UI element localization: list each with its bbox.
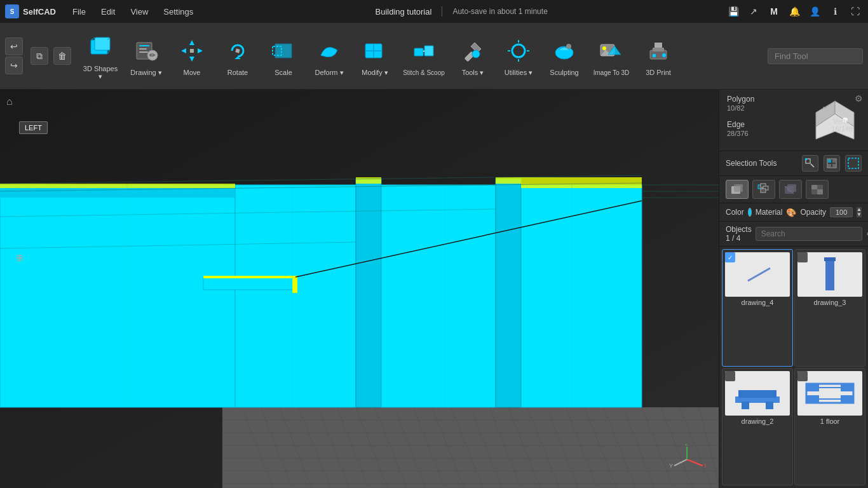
objects-count: Objects 1 / 4 (726, 225, 752, 243)
svg-rect-8 (139, 45, 149, 46)
undo-button[interactable]: ↩ (5, 37, 23, 55)
svg-rect-154 (841, 384, 853, 391)
svg-line-6 (107, 50, 110, 54)
solid-view-button[interactable] (726, 180, 749, 199)
fullscreen-icon[interactable]: ⛶ (848, 4, 863, 19)
svg-text:Z: Z (685, 444, 689, 447)
svg-rect-145 (824, 257, 836, 261)
opacity-down-button[interactable]: ▼ (857, 212, 862, 217)
selection-tools-label: Selection Tools (726, 159, 777, 168)
material-icon[interactable]: 🎨 (786, 208, 796, 217)
svg-rect-126 (848, 158, 858, 168)
object-item-drawing4[interactable]: ✓ drawing_4 (722, 249, 793, 367)
svg-rect-43 (654, 43, 662, 48)
object-item-drawing3[interactable]: drawing_3 (794, 249, 865, 367)
sculpting-icon (549, 36, 580, 66)
info-icon[interactable]: ℹ (827, 4, 843, 19)
select-box-button[interactable] (845, 155, 862, 172)
wireframe-view-button[interactable] (752, 180, 775, 199)
scale-icon (268, 36, 299, 66)
menu-view[interactable]: View (126, 4, 152, 19)
top-icons: 💾 ↗ M 🔔 👤 ℹ ⛶ (726, 4, 863, 19)
center-info: Building tutorial Auto-save in about 1 m… (205, 6, 718, 17)
svg-rect-9 (139, 48, 147, 50)
menu-file[interactable]: File (69, 4, 90, 19)
drawing-label: Drawing ▾ (130, 69, 161, 77)
tool-move[interactable]: Move (170, 27, 214, 85)
svg-rect-153 (806, 384, 819, 391)
toolbar: ↩ ↪ ⧉ 🗑 3D Shapes ▾ ✏ (0, 23, 868, 90)
svg-rect-149 (742, 402, 749, 409)
tool-tools[interactable]: Tools ▾ (451, 27, 494, 85)
modify-label: Modify ▾ (362, 69, 388, 77)
tool-stitch-scoop[interactable]: Stitch & Scoop (399, 27, 449, 85)
tool-rotate[interactable]: Rotate (216, 27, 259, 85)
tool-image-to-3d[interactable]: Image To 3D (588, 27, 634, 85)
delete-button[interactable]: 🗑 (53, 47, 71, 65)
sculpting-label: Sculpting (550, 69, 578, 76)
opacity-spinner: ▲ ▼ (857, 207, 862, 217)
objects-search-input[interactable] (756, 227, 862, 241)
tool-modify[interactable]: Modify ▾ (353, 27, 397, 85)
m-icon[interactable]: M (766, 4, 782, 19)
svg-rect-49 (222, 407, 719, 488)
bell-icon[interactable]: 🔔 (787, 4, 802, 19)
viewport[interactable]: ⌂ LEFT ⊕ X Y Z (0, 90, 719, 488)
svg-marker-16 (198, 48, 203, 53)
object-dot-1floor (797, 371, 808, 381)
opacity-input[interactable] (830, 207, 853, 217)
color-picker-button[interactable] (748, 208, 752, 217)
select-face-button[interactable] (824, 155, 840, 172)
svg-marker-86 (235, 185, 356, 407)
save-icon[interactable]: 💾 (726, 4, 741, 19)
svg-rect-125 (832, 164, 836, 167)
crosshair-icon: ⊕ (15, 252, 24, 264)
copy-button[interactable]: ⧉ (31, 47, 48, 65)
svg-rect-139 (811, 189, 817, 194)
svg-rect-144 (825, 259, 834, 290)
select-vertex-button[interactable] (802, 155, 818, 172)
tool-scale[interactable]: Scale (262, 27, 305, 85)
settings-gear-button[interactable]: ⚙ (855, 93, 863, 104)
tool-3d-print[interactable]: 3D Print (637, 27, 680, 85)
svg-rect-150 (766, 402, 773, 409)
svg-line-4 (91, 37, 95, 40)
tool-drawing[interactable]: ✏ Drawing ▾ (125, 27, 168, 85)
tool-utilities[interactable]: Utilities ▾ (497, 27, 540, 85)
svg-point-29 (472, 50, 480, 58)
side-panel: Polygon 10/82 Edge 28/376 (719, 90, 868, 488)
user-icon[interactable]: 👤 (807, 4, 822, 19)
object-item-1floor[interactable]: 1 floor (794, 368, 865, 485)
selfcad-logo[interactable]: S (5, 4, 19, 18)
svg-rect-137 (811, 185, 817, 189)
3d-print-label: 3D Print (646, 69, 671, 76)
viewport-home-icon[interactable]: ⌂ (6, 96, 22, 111)
object-item-drawing2[interactable]: drawing_2 (722, 368, 793, 485)
svg-line-107 (687, 459, 703, 466)
material-label: Material (756, 208, 783, 217)
material-view-button[interactable] (779, 180, 802, 199)
tool-deform[interactable]: Deform ▾ (308, 27, 351, 85)
svg-rect-138 (817, 185, 823, 189)
menu-settings[interactable]: Settings (159, 4, 197, 19)
share-icon[interactable]: ↗ (746, 4, 761, 19)
3d-shapes-icon (85, 32, 116, 62)
objects-grid: ✓ drawing_4 (719, 247, 868, 488)
svg-rect-128 (734, 184, 743, 192)
object-dot-drawing2 (725, 371, 735, 381)
redo-button[interactable]: ↪ (5, 57, 23, 74)
find-tool-input[interactable] (768, 48, 863, 64)
svg-marker-89 (496, 179, 521, 407)
menu-edit[interactable]: Edit (97, 4, 119, 19)
color-label: Color (726, 208, 744, 217)
svg-rect-151 (801, 371, 858, 416)
texture-view-button[interactable] (806, 180, 829, 199)
svg-point-45 (662, 53, 666, 57)
tool-sculpting[interactable]: Sculpting (543, 27, 586, 85)
left-view-label: LEFT (19, 121, 48, 134)
color-material-row: Color Material 🎨 Opacity ▲ ▼ (719, 203, 868, 222)
selfcad-text: SelfCAD (23, 7, 56, 17)
svg-marker-15 (181, 48, 186, 53)
tool-3d-shapes[interactable]: 3D Shapes ▾ (79, 27, 122, 85)
undo-redo-group: ↩ ↪ (5, 37, 23, 74)
